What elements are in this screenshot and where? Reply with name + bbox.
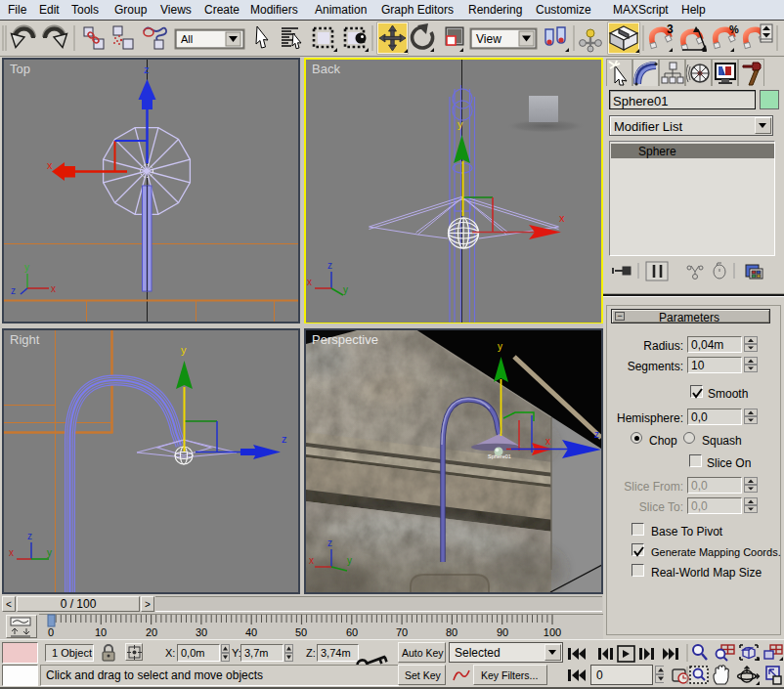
svg-text:20: 20 <box>146 626 157 638</box>
svg-text:z: z <box>594 429 599 440</box>
svg-text:x: x <box>51 283 56 294</box>
svg-text:y: y <box>47 547 52 558</box>
svg-text:y: y <box>24 262 29 273</box>
svg-text:y: y <box>181 344 187 356</box>
svg-text:z: z <box>282 433 287 445</box>
svg-text:%: % <box>729 23 739 35</box>
svg-text:y: y <box>347 555 352 566</box>
svg-text:80: 80 <box>446 626 457 638</box>
svg-text:x: x <box>559 212 565 224</box>
svg-text:View: View <box>476 32 501 46</box>
svg-text:z: z <box>327 260 332 271</box>
svg-text:Sphere01: Sphere01 <box>488 453 511 459</box>
svg-text:x: x <box>545 436 550 447</box>
svg-text:y: y <box>457 118 463 130</box>
svg-text:3: 3 <box>667 22 674 36</box>
svg-text:x: x <box>307 277 312 287</box>
svg-text:All: All <box>181 33 193 45</box>
svg-text:50: 50 <box>295 626 307 638</box>
svg-text:100: 100 <box>544 626 561 638</box>
svg-text:30: 30 <box>196 626 207 638</box>
svg-text:y: y <box>343 284 348 295</box>
svg-text:0: 0 <box>48 626 54 638</box>
svg-text:BACK: BACK <box>535 108 553 114</box>
svg-text:z: z <box>327 538 332 548</box>
svg-text:z: z <box>144 64 150 75</box>
svg-text:x: x <box>9 547 14 558</box>
svg-text:60: 60 <box>346 626 358 638</box>
svg-text:x: x <box>309 555 314 566</box>
svg-text:40: 40 <box>245 626 257 638</box>
svg-text:z: z <box>27 531 32 541</box>
svg-text:x: x <box>47 159 53 171</box>
svg-text:z: z <box>11 285 16 296</box>
svg-text:70: 70 <box>396 626 408 638</box>
svg-text:90: 90 <box>497 626 508 638</box>
svg-text:10: 10 <box>95 626 107 638</box>
svg-text:y: y <box>498 341 502 352</box>
